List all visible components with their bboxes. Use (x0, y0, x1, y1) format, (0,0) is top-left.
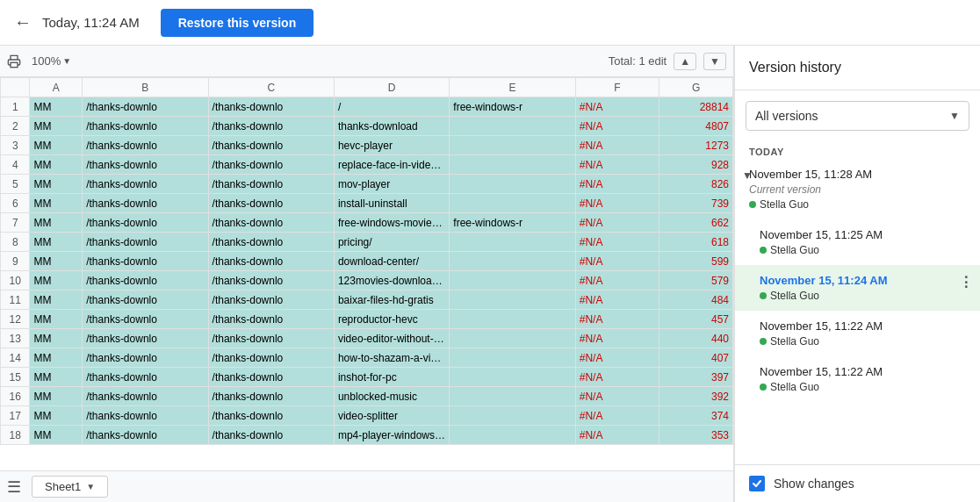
cell-d[interactable]: video-splitter (334, 406, 449, 426)
cell-c[interactable]: /thanks-downlo (208, 117, 334, 136)
cell-b[interactable]: /thanks-downlo (83, 233, 208, 252)
cell-e[interactable] (450, 406, 575, 426)
restore-button[interactable]: Restore this version (161, 9, 314, 37)
cell-g[interactable]: 440 (659, 329, 733, 348)
version-item[interactable]: ▼November 15, 11:28 AMCurrent versionSte… (735, 159, 980, 219)
cell-d[interactable]: thanks-download (334, 117, 449, 136)
cell-d[interactable]: pricing/ (334, 233, 449, 252)
cell-a[interactable]: MM (30, 136, 83, 155)
cell-c[interactable]: /thanks-downlo (208, 348, 334, 368)
show-changes-label[interactable]: Show changes (774, 477, 854, 491)
cell-d[interactable]: inshot-for-pc (334, 368, 449, 387)
cell-g[interactable]: 826 (659, 175, 733, 194)
cell-e[interactable]: free-windows-r (450, 97, 575, 117)
nav-up-button[interactable]: ▲ (674, 53, 696, 70)
cell-a[interactable]: MM (30, 194, 83, 213)
cell-f[interactable]: #N/A (575, 252, 659, 271)
cell-e[interactable]: free-windows-r (450, 213, 575, 233)
cell-f[interactable]: #N/A (575, 387, 659, 406)
cell-f[interactable]: #N/A (575, 310, 659, 329)
cell-g[interactable]: 4807 (659, 117, 733, 136)
cell-b[interactable]: /thanks-downlo (83, 252, 208, 271)
cell-b[interactable]: /thanks-downlo (83, 329, 208, 348)
cell-c[interactable]: /thanks-downlo (208, 329, 334, 348)
cell-b[interactable]: /thanks-downlo (83, 271, 208, 290)
cell-c[interactable]: /thanks-downlo (208, 426, 334, 445)
cell-b[interactable]: /thanks-downlo (83, 97, 208, 117)
version-item[interactable]: November 15, 11:25 AMStella Guo (735, 219, 980, 265)
cell-a[interactable]: MM (30, 387, 83, 406)
cell-b[interactable]: /thanks-downlo (83, 368, 208, 387)
cell-a[interactable]: MM (30, 368, 83, 387)
cell-g[interactable]: 599 (659, 252, 733, 271)
cell-a[interactable]: MM (30, 155, 83, 175)
version-item[interactable]: November 15, 11:24 AMStella Guo⋮ (735, 265, 980, 311)
cell-f[interactable]: #N/A (575, 406, 659, 426)
back-button[interactable]: ← (14, 12, 32, 32)
cell-g[interactable]: 618 (659, 233, 733, 252)
cell-d[interactable]: hevc-player (334, 136, 449, 155)
cell-g[interactable]: 579 (659, 271, 733, 290)
cell-f[interactable]: #N/A (575, 329, 659, 348)
cell-e[interactable] (450, 233, 575, 252)
cell-g[interactable]: 1273 (659, 136, 733, 155)
cell-g[interactable]: 484 (659, 290, 733, 310)
grid-container[interactable]: A B C D E F G 1MM/thanks-downlo/thanks-d… (0, 77, 733, 470)
cell-a[interactable]: MM (30, 175, 83, 194)
cell-c[interactable]: /thanks-downlo (208, 368, 334, 387)
cell-g[interactable]: 457 (659, 310, 733, 329)
cell-e[interactable] (450, 155, 575, 175)
cell-e[interactable] (450, 329, 575, 348)
cell-c[interactable]: /thanks-downlo (208, 406, 334, 426)
sheet-menu-icon[interactable]: ☰ (7, 477, 21, 497)
cell-d[interactable]: unblocked-music (334, 387, 449, 406)
cell-f[interactable]: #N/A (575, 290, 659, 310)
cell-g[interactable]: 374 (659, 406, 733, 426)
cell-e[interactable] (450, 271, 575, 290)
show-changes-checkbox[interactable] (749, 476, 765, 491)
cell-b[interactable]: /thanks-downlo (83, 175, 208, 194)
cell-c[interactable]: /thanks-downlo (208, 155, 334, 175)
cell-e[interactable] (450, 426, 575, 445)
cell-a[interactable]: MM (30, 97, 83, 117)
cell-b[interactable]: /thanks-downlo (83, 136, 208, 155)
cell-b[interactable]: /thanks-downlo (83, 155, 208, 175)
cell-f[interactable]: #N/A (575, 271, 659, 290)
cell-f[interactable]: #N/A (575, 155, 659, 175)
cell-c[interactable]: /thanks-downlo (208, 194, 334, 213)
cell-f[interactable]: #N/A (575, 175, 659, 194)
nav-down-button[interactable]: ▼ (703, 53, 726, 70)
cell-e[interactable] (450, 387, 575, 406)
cell-b[interactable]: /thanks-downlo (83, 426, 208, 445)
cell-b[interactable]: /thanks-downlo (83, 194, 208, 213)
cell-a[interactable]: MM (30, 348, 83, 368)
cell-b[interactable]: /thanks-downlo (83, 290, 208, 310)
cell-d[interactable]: baixar-files-hd-gratis (334, 290, 449, 310)
cell-g[interactable]: 407 (659, 348, 733, 368)
cell-d[interactable]: video-editor-without-watermark (334, 329, 449, 348)
cell-a[interactable]: MM (30, 213, 83, 233)
zoom-level[interactable]: 100% ▼ (32, 54, 71, 68)
cell-f[interactable]: #N/A (575, 97, 659, 117)
cell-g[interactable]: 928 (659, 155, 733, 175)
version-more-icon[interactable]: ⋮ (959, 274, 973, 290)
cell-c[interactable]: /thanks-downlo (208, 175, 334, 194)
cell-c[interactable]: /thanks-downlo (208, 290, 334, 310)
cell-e[interactable] (450, 194, 575, 213)
cell-a[interactable]: MM (30, 233, 83, 252)
cell-c[interactable]: /thanks-downlo (208, 252, 334, 271)
version-filter-dropdown[interactable]: All versions ▼ (746, 101, 969, 131)
cell-c[interactable]: /thanks-downlo (208, 213, 334, 233)
cell-a[interactable]: MM (30, 329, 83, 348)
cell-d[interactable]: how-to-shazam-a-video (334, 348, 449, 368)
cell-g[interactable]: 353 (659, 426, 733, 445)
cell-d[interactable]: mov-player (334, 175, 449, 194)
cell-f[interactable]: #N/A (575, 213, 659, 233)
sheet-tab-sheet1[interactable]: Sheet1 ▼ (32, 476, 108, 498)
cell-g[interactable]: 28814 (659, 97, 733, 117)
cell-c[interactable]: /thanks-downlo (208, 271, 334, 290)
cell-a[interactable]: MM (30, 310, 83, 329)
cell-f[interactable]: #N/A (575, 426, 659, 445)
cell-c[interactable]: /thanks-downlo (208, 136, 334, 155)
cell-d[interactable]: replace-face-in-video-app (334, 155, 449, 175)
